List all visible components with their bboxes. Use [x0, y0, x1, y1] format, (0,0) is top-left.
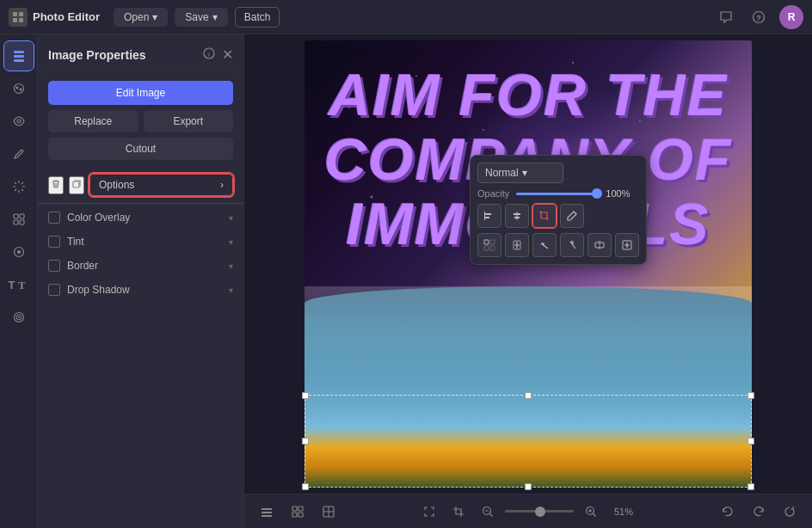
- drop-shadow-row[interactable]: Drop Shadow ▾: [38, 278, 243, 302]
- delete-tool-button[interactable]: [48, 176, 64, 194]
- tint-checkbox[interactable]: [48, 236, 60, 248]
- reset-button[interactable]: [778, 500, 802, 524]
- redo-button[interactable]: [747, 500, 771, 524]
- align-row-2: [477, 233, 639, 257]
- handle-middle-left[interactable]: [302, 438, 309, 445]
- sidebar-item-visibility[interactable]: [4, 107, 34, 136]
- sidebar-item-shapes[interactable]: [4, 237, 34, 267]
- opacity-slider-container: [516, 193, 602, 195]
- bottom-bar: 51%: [244, 494, 812, 528]
- crop-button[interactable]: [532, 204, 557, 228]
- opacity-row: Opacity 100%: [477, 188, 639, 199]
- color-overlay-row[interactable]: Color Overlay ▾: [38, 206, 243, 230]
- handle-bottom-right[interactable]: [747, 483, 754, 490]
- open-label: Open: [124, 11, 149, 23]
- options-button[interactable]: Options ›: [89, 174, 233, 196]
- sidebar-item-brush[interactable]: [4, 139, 34, 169]
- svg-rect-6: [14, 51, 24, 53]
- replace-button[interactable]: Replace: [48, 110, 138, 132]
- border-row[interactable]: Border ▾: [38, 254, 243, 278]
- handle-top-right[interactable]: [747, 392, 754, 399]
- layers-view-button[interactable]: [255, 500, 279, 524]
- svg-text:?: ?: [756, 14, 761, 22]
- canvas-content[interactable]: AIM FOR THECOMPANY OFIMMORTALS: [244, 34, 812, 494]
- frames-button[interactable]: [286, 500, 310, 524]
- grid-view-button[interactable]: [317, 500, 341, 524]
- app-logo: Photo Editor: [9, 8, 100, 27]
- opacity-slider[interactable]: [516, 193, 602, 195]
- align-mc-button[interactable]: [587, 233, 612, 257]
- svg-rect-7: [14, 55, 24, 58]
- open-button[interactable]: Open ▾: [114, 8, 168, 27]
- duplicate-tool-button[interactable]: [69, 176, 84, 194]
- earth-layer[interactable]: [304, 286, 752, 488]
- drop-shadow-checkbox[interactable]: [48, 284, 60, 296]
- undo-button[interactable]: [716, 500, 740, 524]
- align-center-button[interactable]: [505, 204, 529, 228]
- svg-rect-1: [19, 12, 23, 16]
- edit-button[interactable]: [560, 204, 584, 228]
- opacity-label: Opacity: [477, 188, 509, 199]
- save-label: Save: [185, 11, 208, 23]
- align-tr-button[interactable]: [532, 233, 557, 257]
- sidebar-item-filters[interactable]: [4, 74, 34, 103]
- tint-row[interactable]: Tint ▾: [38, 230, 243, 254]
- help-button[interactable]: ?: [747, 5, 771, 29]
- edit-image-button[interactable]: Edit Image: [48, 81, 233, 105]
- handle-bottom-middle[interactable]: [525, 483, 532, 490]
- selection-box: [304, 395, 752, 488]
- fit-button[interactable]: [417, 500, 441, 524]
- align-left-button[interactable]: [477, 204, 501, 228]
- svg-rect-41: [261, 515, 272, 517]
- svg-rect-44: [292, 513, 297, 517]
- align-tl-button[interactable]: [477, 233, 501, 257]
- export-button[interactable]: Export: [144, 110, 234, 132]
- border-checkbox[interactable]: [48, 260, 60, 272]
- replace-export-row: Replace Export: [48, 110, 233, 132]
- user-avatar[interactable]: R: [779, 5, 803, 29]
- svg-rect-2: [13, 18, 17, 22]
- sidebar-item-grid[interactable]: [4, 205, 34, 234]
- sidebar-item-layers[interactable]: [4, 41, 34, 71]
- svg-rect-16: [20, 220, 24, 224]
- zoom-slider[interactable]: [505, 510, 574, 513]
- options-label: Options: [99, 179, 134, 191]
- info-icon[interactable]: i: [203, 47, 215, 62]
- svg-rect-45: [298, 513, 303, 517]
- cutout-button[interactable]: Cutout: [48, 138, 233, 160]
- svg-rect-14: [20, 214, 24, 218]
- svg-rect-3: [19, 18, 23, 22]
- zoom-out-button[interactable]: [476, 500, 500, 524]
- zoom-in-button[interactable]: [579, 500, 603, 524]
- sidebar-item-magic[interactable]: [4, 172, 34, 201]
- blend-mode-select[interactable]: Normal ▾: [477, 163, 563, 183]
- align-tc-button[interactable]: [505, 233, 529, 257]
- tint-label: Tint: [67, 236, 222, 248]
- tint-chevron: ▾: [229, 237, 233, 247]
- handle-top-middle[interactable]: [525, 392, 532, 399]
- app-title: Photo Editor: [33, 10, 100, 23]
- svg-point-18: [17, 250, 21, 254]
- handle-middle-right[interactable]: [747, 438, 754, 445]
- save-button[interactable]: Save ▾: [175, 8, 227, 27]
- align-ml-button[interactable]: [560, 233, 584, 257]
- svg-rect-33: [490, 240, 495, 244]
- batch-button[interactable]: Batch: [235, 7, 280, 28]
- svg-rect-26: [484, 213, 491, 215]
- handle-top-left[interactable]: [302, 392, 309, 399]
- sidebar-item-text[interactable]: T T: [4, 270, 34, 299]
- panel-close-button[interactable]: ✕: [222, 46, 233, 63]
- color-overlay-checkbox[interactable]: [48, 212, 60, 224]
- sidebar-item-effects[interactable]: [4, 303, 34, 332]
- panel-tools-row: Options ›: [38, 169, 243, 201]
- svg-rect-31: [517, 212, 518, 220]
- crop-view-button[interactable]: [446, 500, 471, 524]
- zoom-controls: 51%: [417, 500, 639, 524]
- icon-sidebar: T T: [0, 34, 38, 528]
- handle-bottom-left[interactable]: [302, 483, 309, 490]
- panel-actions: Edit Image Replace Export Cutout: [38, 72, 243, 169]
- svg-point-22: [18, 316, 20, 318]
- svg-rect-15: [14, 220, 18, 224]
- align-br-button[interactable]: [615, 233, 639, 257]
- comment-button[interactable]: [714, 5, 738, 29]
